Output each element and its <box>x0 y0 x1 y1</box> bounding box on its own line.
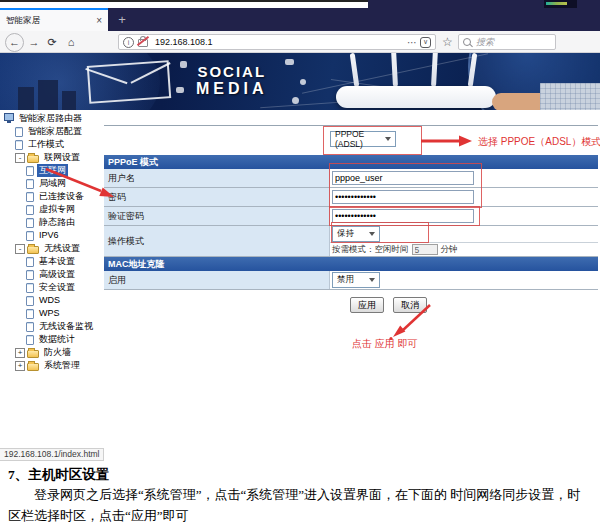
sidebar-item-ipv6[interactable]: IPV6 <box>2 229 104 242</box>
sidebar-item-label: 数据统计 <box>37 333 77 346</box>
page-icon <box>26 231 34 241</box>
page-icon <box>26 309 34 319</box>
page-icon <box>26 192 34 202</box>
social-mini-icon <box>180 61 187 68</box>
folder-closed-icon <box>27 350 39 358</box>
mac-enable-label: 启用 <box>104 271 330 289</box>
apply-button[interactable]: 应用 <box>350 297 384 313</box>
corner-stripe <box>546 2 567 5</box>
site-info-icon[interactable]: i <box>123 37 134 48</box>
sidebar-item-security-settings[interactable]: 安全设置 <box>2 281 104 294</box>
page-icon <box>26 270 34 280</box>
sidebar-item-label: 智能家居配置 <box>26 125 84 138</box>
form-buttons: 应用 取消 <box>104 290 598 313</box>
document-heading: 7、主机时区设置 <box>8 466 109 484</box>
search-input[interactable] <box>474 36 551 48</box>
pocket-icon[interactable]: ∨ <box>420 37 431 48</box>
building-silhouette <box>38 80 58 110</box>
page-icon <box>15 127 23 137</box>
sidebar-item-wireless-settings[interactable]: -无线设置 <box>2 242 104 255</box>
forward-button[interactable]: → <box>27 35 41 50</box>
chevron-down-icon <box>369 278 375 282</box>
sidebar-item-label: IPV6 <box>37 229 61 242</box>
sidebar-item-network-settings[interactable]: -联网设置 <box>2 151 104 164</box>
back-button[interactable]: ← <box>5 33 24 52</box>
sidebar-item-label: 防火墙 <box>42 346 73 359</box>
folder-open-icon <box>27 155 39 163</box>
router-banner-image: SOCIAL MEDIA <box>0 53 600 110</box>
home-button[interactable]: ⌂ <box>64 35 78 50</box>
sidebar-item-wireless-monitor[interactable]: 无线设备监视 <box>2 320 104 333</box>
sidebar-item-vpn[interactable]: 虚拟专网 <box>2 203 104 216</box>
url-bar[interactable]: i ⋯ ∨ <box>118 34 436 50</box>
sidebar-item-work-mode[interactable]: 工作模式 <box>2 138 104 151</box>
sidebar-item-wds[interactable]: WDS <box>2 294 104 307</box>
social-mini-icon <box>292 97 299 104</box>
sidebar-item-basic-settings[interactable]: 基本设置 <box>2 255 104 268</box>
sidebar-item-label: 工作模式 <box>26 138 66 151</box>
sidebar-item-label: 基本设置 <box>37 255 77 268</box>
sidebar-item-label: WPS <box>37 307 62 320</box>
computer-icon <box>4 113 14 121</box>
annotation-arrow-internet-to-form <box>44 167 116 203</box>
social-mini-icon <box>176 87 184 93</box>
sidebar-item-label: 安全设置 <box>37 281 77 294</box>
sidebar-item-router-root[interactable]: 智能家居路由器 <box>2 112 104 125</box>
mac-enable-row: 启用 禁用 <box>104 271 598 290</box>
sidebar-item-label: 联网设置 <box>42 151 82 164</box>
folder-closed-icon <box>27 363 39 371</box>
close-tab-icon[interactable]: × <box>96 15 102 26</box>
insecure-lock-icon <box>138 39 148 47</box>
sidebar-item-wps[interactable]: WPS <box>2 307 104 320</box>
expand-icon[interactable]: + <box>15 348 25 358</box>
search-bar[interactable] <box>458 34 556 50</box>
page-icon <box>26 257 34 267</box>
browser-tab[interactable]: 智能家居 × <box>0 8 108 31</box>
annotation-arrow-apply <box>388 303 432 341</box>
sidebar-tree: 智能家居路由器智能家居配置工作模式-联网设置互联网局域网已连接设备虚拟专网静态路… <box>2 112 104 372</box>
reload-button[interactable]: ⟳ <box>45 35 59 50</box>
on-demand-label: 按需模式：空闲时间 <box>332 244 409 256</box>
mac-enable-select[interactable]: 禁用 <box>332 272 380 288</box>
status-link-popup: 192.168.108.1/index.html <box>0 448 104 461</box>
sidebar-item-label: 高级设置 <box>37 268 77 281</box>
bookmark-star-icon[interactable]: ☆ <box>442 35 453 49</box>
building-silhouette <box>62 91 76 110</box>
page-actions-icon[interactable]: ⋯ <box>407 37 417 48</box>
sidebar-item-data-stats[interactable]: 数据统计 <box>2 333 104 346</box>
page-icon <box>26 296 34 306</box>
new-tab-button[interactable]: + <box>114 10 130 29</box>
collapse-icon[interactable]: - <box>15 153 25 163</box>
page-icon <box>26 218 34 228</box>
envelope-icon <box>87 60 171 104</box>
page-icon <box>26 335 34 345</box>
page-icon <box>26 166 34 176</box>
sidebar-item-label: 智能家居路由器 <box>17 112 84 125</box>
annotation-text-click-apply: 点击 应用 即可 <box>352 337 418 351</box>
minutes-label: 分钟 <box>441 244 458 256</box>
expand-icon[interactable]: + <box>15 361 25 371</box>
window-corner-decoration <box>544 0 577 8</box>
collapse-icon[interactable]: - <box>15 244 25 254</box>
sidebar-item-smart-home-config[interactable]: 智能家居配置 <box>2 125 104 138</box>
idle-time-input[interactable] <box>412 244 438 255</box>
router-antenna <box>431 53 438 87</box>
social-mini-icon <box>285 59 294 65</box>
password-label: 密码 <box>104 188 330 206</box>
window-top-edge <box>0 0 368 2</box>
sidebar-item-firewall[interactable]: +防火墙 <box>2 346 104 359</box>
annotation-text-select-mode: 选择 PPPOE（ADSL）模式 <box>478 135 600 149</box>
page-icon <box>15 140 23 150</box>
page-icon <box>26 283 34 293</box>
sidebar-item-system-management[interactable]: +系统管理 <box>2 359 104 372</box>
mac-enable-value: 禁用 <box>337 274 354 286</box>
url-input[interactable] <box>153 36 404 48</box>
sidebar-item-advanced-settings[interactable]: 高级设置 <box>2 268 104 281</box>
confirm-password-label: 验证密码 <box>104 207 330 225</box>
document-paragraph: 登录网页之后选择“系统管理”，点击“系统管理”进入设置界面，在下面的 时间网络同… <box>8 484 592 526</box>
page-icon <box>26 322 34 332</box>
sidebar-item-static-routing[interactable]: 静态路由 <box>2 216 104 229</box>
annotation-box-keep-select <box>331 222 429 243</box>
router-graphic <box>336 86 496 108</box>
mac-clone-section-header: MAC地址克隆 <box>104 257 598 271</box>
